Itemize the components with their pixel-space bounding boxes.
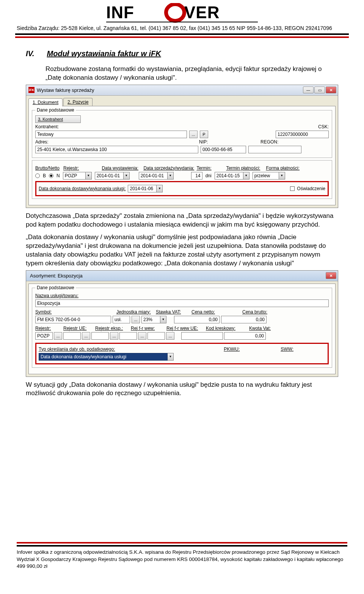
footer-text: Infover spółka z ograniczoną odpowiedzia… xyxy=(17,549,347,570)
svg-text:VER: VER xyxy=(184,3,220,22)
radio-brutto[interactable] xyxy=(35,173,40,178)
section-title: Moduł wystawiania faktur w iFK xyxy=(47,49,161,58)
label-vat-amount: Kwota Vat: xyxy=(249,326,271,331)
sale-date-combo[interactable]: ▼ xyxy=(139,172,174,180)
reg-input[interactable] xyxy=(35,332,53,340)
close-button-2[interactable]: ✕ xyxy=(326,272,336,279)
section-heading: IV. Moduł wystawiania faktur w iFK xyxy=(26,49,338,58)
issue-date-combo[interactable]: ▼ xyxy=(95,172,130,180)
label-item-name: Nazwa usługi/towaru: xyxy=(35,293,78,298)
lookup-button[interactable]: ... xyxy=(189,131,198,138)
minimize-button[interactable]: — xyxy=(303,87,314,93)
net-price-input[interactable] xyxy=(174,316,220,323)
label-net-price: Cena netto: xyxy=(191,309,237,315)
group-invoice-details: Brutto/Netto Rejestr: Data wystawienia: … xyxy=(32,160,332,199)
unit-input[interactable] xyxy=(113,316,130,323)
label-issue-date: Data wystawienia: xyxy=(102,165,140,171)
contractor-input[interactable] xyxy=(35,131,187,138)
payment-date-combo[interactable]: ▼ xyxy=(215,172,249,180)
vat-combo[interactable]: ▼ xyxy=(141,316,166,323)
section-number: IV. xyxy=(26,49,45,58)
app-icon: iFK xyxy=(28,87,35,93)
label-gross-price: Cena brutto: xyxy=(242,309,267,315)
label-payment-form: Forma płatności: xyxy=(266,165,300,171)
gross-price-input[interactable] xyxy=(221,316,267,323)
label-term: Termin: xyxy=(196,165,212,171)
close-button[interactable]: ✕ xyxy=(326,87,336,93)
address-input[interactable] xyxy=(35,146,198,153)
label-reg-ue: Rejestr UE: xyxy=(63,326,90,331)
radio-netto[interactable] xyxy=(49,173,53,178)
paragraph-3: „Data dokonania dostawy / wykonania usłu… xyxy=(26,233,338,268)
label-unit: Jednostka miary: xyxy=(116,309,151,315)
page-header: INF VER xyxy=(15,0,349,24)
declaration-checkbox[interactable] xyxy=(290,186,295,191)
reg-ue-input[interactable] xyxy=(63,332,81,340)
group-legend: Dane podstawowe xyxy=(35,107,76,113)
label-nip: NIP: xyxy=(199,139,214,145)
label-reg: Rejestr: xyxy=(35,326,58,331)
barcode-input[interactable] xyxy=(181,332,223,340)
register-combo[interactable]: ▼ xyxy=(63,172,92,180)
unit-lookup[interactable]: ... xyxy=(132,316,140,323)
group-basic-data: Dane podstawowe 3. Kontrahent Kontrahent… xyxy=(32,110,332,158)
label-reg-eksp: Rejestr eksp.: xyxy=(95,326,126,331)
invoice-dialog: iFK Wystaw fakturę sprzedaży — ▭ ✕ 1. Do… xyxy=(26,85,338,208)
label-payment-date: Termin płatności: xyxy=(226,165,262,171)
footer-divider-black xyxy=(17,545,347,547)
label-brutto-netto: Brutto/Netto xyxy=(35,165,60,171)
label-contractor: Kontrahent: xyxy=(35,124,62,129)
label-declaration: Oświadczenie xyxy=(297,186,325,191)
reg-eksp-input[interactable] xyxy=(91,332,109,340)
titlebar: iFK Wystaw fakturę sprzedaży — ▭ ✕ xyxy=(26,85,338,96)
logo: INF VER xyxy=(106,3,258,24)
tax-date-type-combo[interactable]: Data dokonania dostawy/wykonania usługi▼ xyxy=(39,353,174,361)
vat-amount-input[interactable] xyxy=(224,332,266,340)
p-button[interactable]: P xyxy=(200,131,208,138)
label-reg-fr-wew: Rej f-r wew: xyxy=(131,326,161,331)
label-address: Adres: xyxy=(35,139,54,145)
label-pkwiu: PKWiU: xyxy=(224,347,240,352)
label-reg-fr-wew-ue: Rej f-r wew UE: xyxy=(166,326,201,331)
footer-divider-red xyxy=(17,542,347,544)
svg-point-1 xyxy=(166,4,184,21)
tab-positions[interactable]: 2. Pozycje xyxy=(63,98,93,106)
label-delivery-date: Data dokonania dostawy/wykonania usługi: xyxy=(39,186,126,191)
nip-input[interactable] xyxy=(201,146,246,153)
item-name-input[interactable] xyxy=(35,299,329,307)
label-vat: Stawka VAT: xyxy=(156,309,186,315)
reg-fr-wew-input[interactable] xyxy=(119,332,137,340)
symbol-input[interactable] xyxy=(35,316,111,323)
paragraph-1: Rozbudowane zostaną formatki do wystawia… xyxy=(46,65,338,82)
maximize-button[interactable]: ▭ xyxy=(314,87,325,93)
label-regon: REGON: xyxy=(260,139,278,145)
label-register: Rejestr: xyxy=(63,165,79,171)
regon-input[interactable] xyxy=(248,146,301,153)
asortyment-dialog: Asortyment: Ekspozycja ✕ Dane podstawowe… xyxy=(26,270,338,377)
label-symbol: Symbol: xyxy=(35,309,111,315)
payment-form-combo[interactable]: ▼ xyxy=(253,172,285,180)
delivery-date-combo[interactable]: ▼ xyxy=(128,185,163,192)
paragraph-4: W sytuacji gdy „Data dokonania dostawy /… xyxy=(26,381,338,398)
svg-text:INF: INF xyxy=(106,3,134,22)
group-basic-data-2: Dane podstawowe Nazwa usługi/towaru: Sym… xyxy=(32,288,332,368)
window-title-2: Asortyment: Ekspozycja xyxy=(28,273,326,279)
company-address: Siedziba Zarządu: 25-528 Kielce, ul. Zag… xyxy=(15,25,349,35)
label-sww: SWW: xyxy=(281,347,293,352)
csk-input[interactable] xyxy=(276,131,329,138)
label-csk: CSK: xyxy=(318,124,329,129)
term-input[interactable] xyxy=(191,172,202,180)
tab-document[interactable]: 1. Dokument xyxy=(28,98,63,106)
paragraph-2: Dotychczasowa „Data sprzedaży" została z… xyxy=(26,212,338,229)
highlight-tax-date-type: Typ określania daty ob. podatkowego: PKW… xyxy=(35,343,329,364)
label-barcode: Kod kreskowy: xyxy=(206,326,244,331)
label-tax-date-type: Typ określania daty ob. podatkowego: xyxy=(39,347,115,352)
reg-fr-wew-ue-input[interactable] xyxy=(147,332,165,340)
label-sale-date: Data sprzedaży/wydania: xyxy=(143,165,193,171)
contractor-button[interactable]: 3. Kontrahent xyxy=(35,115,81,123)
highlight-delivery-date: Data dokonania dostawy/wykonania usługi:… xyxy=(35,181,329,196)
window-title: Wystaw fakturę sprzedaży xyxy=(37,87,303,93)
